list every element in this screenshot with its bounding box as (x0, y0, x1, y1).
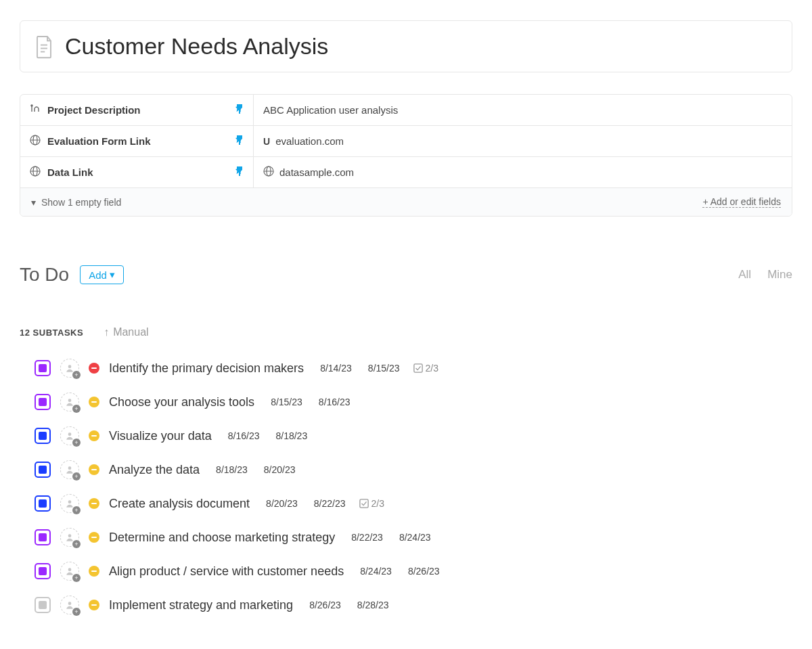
field-type-icon (30, 166, 41, 179)
plus-icon: + (72, 506, 81, 514)
show-empty-fields-toggle[interactable]: ▾ Show 1 empty field (31, 197, 121, 208)
field-row: Project Description ABC Application user… (20, 95, 792, 126)
status-checkbox[interactable] (35, 394, 51, 410)
field-key[interactable]: Evaluation Form Link (20, 126, 254, 156)
subtask-row: + Identify the primary decision makers 8… (35, 359, 792, 378)
field-key[interactable]: Data Link (20, 157, 254, 187)
checklist-progress[interactable]: 2/3 (359, 498, 384, 509)
subtask-row: + Choose your analysis tools 8/15/23 8/1… (35, 393, 792, 411)
status-checkbox[interactable] (35, 428, 51, 444)
status-checkbox[interactable] (35, 462, 51, 478)
field-label: Evaluation Form Link (47, 135, 151, 147)
status-checkbox[interactable] (35, 360, 51, 376)
assignee-slot[interactable]: + (60, 460, 79, 479)
plus-icon: + (72, 608, 81, 616)
subtasks-meta: 12 SUBTASKS ↑ Manual (20, 326, 792, 338)
show-empty-label: Show 1 empty field (41, 197, 121, 208)
start-date[interactable]: 8/16/23 (228, 430, 260, 441)
end-date[interactable]: 8/20/23 (264, 464, 296, 475)
plus-icon: + (72, 472, 81, 480)
sort-label: Manual (113, 326, 148, 338)
document-icon (34, 35, 54, 59)
filter-mine[interactable]: Mine (767, 268, 792, 282)
field-value-text: evaluation.com (275, 135, 344, 147)
svg-point-22 (68, 466, 72, 470)
field-key[interactable]: Project Description (20, 95, 254, 125)
subtask-row: + Determine and choose marketing strateg… (35, 528, 792, 547)
end-date[interactable]: 8/28/23 (357, 600, 389, 610)
priority-flag[interactable] (89, 397, 99, 407)
subtask-title[interactable]: Create analysis document (109, 497, 250, 511)
field-value[interactable]: U evaluation.com (254, 135, 792, 147)
priority-flag[interactable] (89, 464, 99, 475)
field-value-text: datasample.com (279, 166, 354, 178)
pin-icon[interactable] (235, 104, 244, 116)
svg-rect-4 (239, 110, 240, 114)
svg-rect-8 (239, 141, 240, 145)
status-checkbox[interactable] (35, 495, 51, 512)
priority-flag[interactable] (89, 430, 99, 441)
start-date[interactable]: 8/24/23 (360, 566, 392, 577)
end-date[interactable]: 8/18/23 (275, 430, 307, 441)
priority-flag[interactable] (89, 532, 99, 543)
priority-flag[interactable] (89, 600, 99, 610)
filter-all[interactable]: All (738, 268, 751, 282)
end-date[interactable]: 8/16/23 (319, 397, 351, 407)
plus-icon: + (72, 439, 81, 447)
priority-flag[interactable] (89, 363, 99, 374)
subtask-title[interactable]: Align product / service with customer ne… (109, 564, 344, 579)
add-edit-fields-button[interactable]: + Add or edit fields (702, 196, 781, 208)
subtask-title[interactable]: Determine and choose marketing strategy (109, 531, 335, 545)
subtask-list: + Identify the primary decision makers 8… (35, 359, 792, 614)
field-value[interactable]: datasample.com (254, 166, 792, 179)
assignee-slot[interactable]: + (60, 562, 79, 581)
title-card: Customer Needs Analysis (20, 20, 792, 72)
subtask-row: + Analyze the data 8/18/23 8/20/23 (35, 460, 792, 479)
subtask-title[interactable]: Analyze the data (109, 463, 200, 477)
svg-point-18 (68, 399, 72, 402)
start-date[interactable]: 8/18/23 (216, 464, 248, 475)
priority-flag[interactable] (89, 566, 99, 577)
end-date[interactable]: 8/22/23 (314, 498, 346, 509)
status-checkbox[interactable] (35, 563, 51, 579)
subtask-row: + Align product / service with customer … (35, 562, 792, 581)
svg-rect-12 (239, 172, 240, 176)
page-title[interactable]: Customer Needs Analysis (65, 33, 328, 60)
start-date[interactable]: 8/14/23 (320, 363, 352, 374)
assignee-slot[interactable]: + (60, 596, 79, 614)
assignee-slot[interactable]: + (60, 528, 79, 547)
svg-point-30 (68, 602, 72, 605)
subtask-title[interactable]: Choose your analysis tools (109, 395, 254, 409)
field-value[interactable]: ABC Application user analysis (254, 104, 792, 116)
start-date[interactable]: 8/22/23 (351, 532, 383, 543)
sort-mode-button[interactable]: ↑ Manual (104, 326, 148, 338)
plus-icon: + (72, 574, 81, 582)
status-checkbox[interactable] (35, 529, 51, 545)
pin-icon[interactable] (235, 135, 244, 147)
start-date[interactable]: 8/20/23 (266, 498, 298, 509)
field-label: Data Link (47, 166, 93, 178)
subtask-title[interactable]: Identify the primary decision makers (109, 361, 304, 376)
svg-point-20 (68, 432, 72, 436)
pin-icon[interactable] (235, 166, 244, 178)
assignee-slot[interactable]: + (60, 426, 79, 445)
field-label: Project Description (47, 104, 141, 116)
subtasks-count: 12 SUBTASKS (20, 328, 83, 338)
subtask-title[interactable]: Visualize your data (109, 429, 212, 443)
subtask-title[interactable]: Implement strategy and marketing (109, 598, 293, 612)
start-date[interactable]: 8/26/23 (309, 600, 341, 610)
todo-section-title: To Do (20, 264, 69, 286)
assignee-slot[interactable]: + (60, 393, 79, 411)
assignee-slot[interactable]: + (60, 359, 79, 378)
field-type-icon (30, 104, 41, 116)
start-date[interactable]: 8/15/23 (271, 397, 302, 407)
end-date[interactable]: 8/15/23 (368, 363, 400, 374)
checklist-progress[interactable]: 2/3 (413, 363, 438, 374)
assignee-slot[interactable]: + (60, 494, 79, 513)
svg-rect-25 (359, 499, 367, 508)
add-task-button[interactable]: Add ▾ (80, 265, 124, 284)
end-date[interactable]: 8/24/23 (399, 532, 431, 543)
priority-flag[interactable] (89, 498, 99, 509)
status-checkbox[interactable] (35, 597, 51, 613)
end-date[interactable]: 8/26/23 (408, 566, 440, 577)
